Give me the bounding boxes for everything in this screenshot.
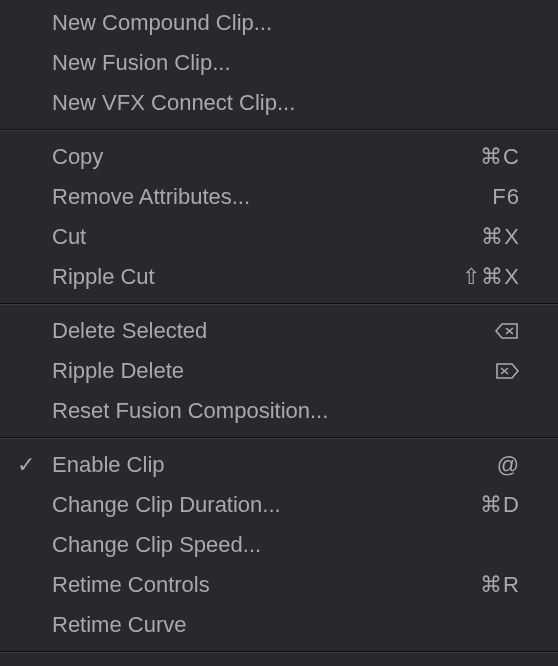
menu-item-new-fusion-clip[interactable]: New Fusion Clip... — [0, 43, 558, 83]
context-menu: New Compound Clip... New Fusion Clip... … — [0, 0, 558, 662]
menu-item-retime-curve[interactable]: Retime Curve — [0, 605, 558, 645]
menu-item-shortcut: @ — [497, 452, 520, 478]
menu-item-shortcut: ⌘R — [480, 572, 520, 598]
menu-item-new-vfx-connect-clip[interactable]: New VFX Connect Clip... — [0, 83, 558, 123]
menu-item-shortcut: F6 — [492, 184, 520, 210]
menu-item-label: New Compound Clip... — [52, 10, 520, 36]
menu-item-delete-selected[interactable]: Delete Selected — [0, 311, 558, 351]
menu-item-label: Enable Clip — [52, 452, 497, 478]
menu-item-new-compound-clip[interactable]: New Compound Clip... — [0, 3, 558, 43]
menu-separator — [0, 437, 558, 439]
menu-item-label: New VFX Connect Clip... — [52, 90, 520, 116]
menu-item-shortcut: ⌘X — [481, 224, 520, 250]
menu-separator — [0, 129, 558, 131]
menu-item-shortcut: ⌘C — [480, 144, 520, 170]
menu-item-shortcut: ⌘D — [480, 492, 520, 518]
menu-separator — [0, 651, 558, 653]
menu-item-label: Reset Fusion Composition... — [52, 398, 520, 424]
menu-item-cut[interactable]: Cut ⌘X — [0, 217, 558, 257]
menu-item-label: Change Clip Duration... — [52, 492, 480, 518]
menu-item-change-clip-duration[interactable]: Change Clip Duration... ⌘D — [0, 485, 558, 525]
menu-item-label: Retime Controls — [52, 572, 480, 598]
menu-item-label: Copy — [52, 144, 480, 170]
delete-left-icon — [494, 321, 520, 341]
menu-item-label: Cut — [52, 224, 481, 250]
menu-item-ripple-cut[interactable]: Ripple Cut ⇧⌘X — [0, 257, 558, 297]
menu-item-reset-fusion-composition[interactable]: Reset Fusion Composition... — [0, 391, 558, 431]
menu-separator — [0, 303, 558, 305]
menu-item-label: Remove Attributes... — [52, 184, 492, 210]
menu-item-label: Ripple Cut — [52, 264, 462, 290]
menu-item-label: Delete Selected — [52, 318, 494, 344]
menu-item-copy[interactable]: Copy ⌘C — [0, 137, 558, 177]
menu-item-shortcut: ⇧⌘X — [462, 264, 520, 290]
menu-item-enable-clip[interactable]: ✓ Enable Clip @ — [0, 445, 558, 485]
check-icon: ✓ — [0, 452, 52, 478]
menu-item-label: Retime Curve — [52, 612, 520, 638]
menu-item-label: Change Clip Speed... — [52, 532, 520, 558]
menu-item-change-clip-speed[interactable]: Change Clip Speed... — [0, 525, 558, 565]
menu-item-label: Ripple Delete — [52, 358, 494, 384]
menu-item-retime-controls[interactable]: Retime Controls ⌘R — [0, 565, 558, 605]
menu-item-ripple-delete[interactable]: Ripple Delete — [0, 351, 558, 391]
menu-item-label: New Fusion Clip... — [52, 50, 520, 76]
menu-item-remove-attributes[interactable]: Remove Attributes... F6 — [0, 177, 558, 217]
delete-right-icon — [494, 361, 520, 381]
